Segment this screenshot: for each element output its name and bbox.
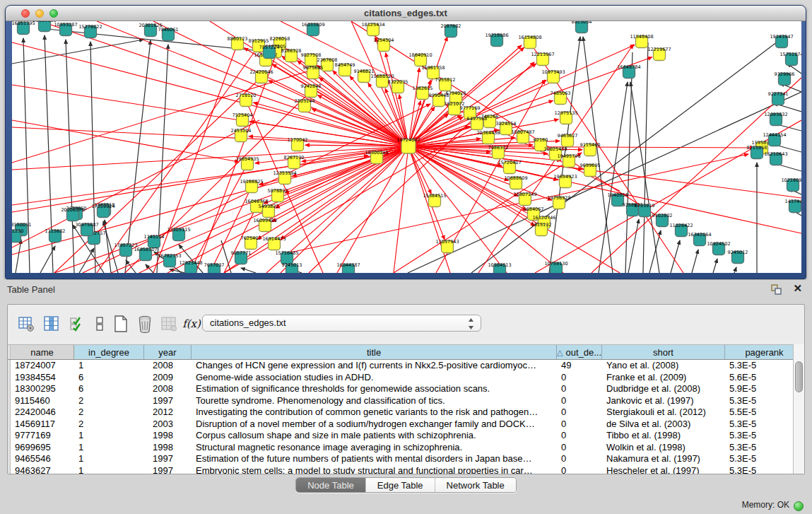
cell-out-degree[interactable]: 0 (557, 453, 602, 465)
cell-title[interactable]: Disruption of a novel member of a sodium… (192, 419, 557, 431)
table-row[interactable]: 1938455462009Genome-wide association stu… (8, 372, 804, 384)
function-builder-icon[interactable]: f(x) (182, 314, 201, 334)
cell-out-degree[interactable]: 0 (557, 419, 602, 431)
table-row[interactable]: 2242004622012Investigating the contribut… (8, 407, 804, 419)
cell-year[interactable]: 1998 (144, 430, 192, 442)
cell-name[interactable]: 9699695 (11, 442, 74, 454)
row-height-icon[interactable] (90, 314, 110, 334)
cell-short[interactable]: Jankovic et al. (1997) (602, 395, 725, 407)
table-row[interactable]: 1872400712008Changes of HCN gene express… (8, 360, 804, 372)
cell-name[interactable]: 19384554 (11, 372, 74, 384)
cell-in-degree[interactable]: 1 (74, 360, 144, 372)
memory-status-icon[interactable] (794, 501, 804, 511)
cell-title[interactable]: Embryonic stem cells: a model to study s… (192, 465, 557, 474)
cell-name[interactable]: 9115460 (11, 395, 74, 407)
cell-in-degree[interactable]: 1 (74, 430, 144, 442)
graph-node-label: 12975135 (554, 110, 577, 116)
cell-name[interactable]: 9777169 (11, 430, 74, 442)
cell-in-degree[interactable]: 2 (74, 407, 144, 419)
column-header-year[interactable]: year (144, 345, 192, 359)
cell-short[interactable]: Franke et al. (2009) (602, 372, 725, 384)
cell-out-degree[interactable]: 49 (557, 360, 602, 372)
table-scrollbar[interactable] (793, 344, 804, 474)
tab-node-table[interactable]: Node Table (296, 478, 366, 492)
cell-year[interactable]: 1997 (144, 395, 192, 407)
graph-node-label: 8215958 (747, 145, 767, 151)
select-rows-icon[interactable] (67, 314, 87, 334)
table-row[interactable]: 1456911722003Disruption of a novel membe… (8, 419, 804, 431)
cell-short[interactable]: de Silva et al. (2003) (602, 419, 725, 431)
cell-title[interactable]: Estimation of significance thresholds fo… (192, 383, 557, 395)
cell-out-degree[interactable]: 0 (557, 372, 602, 384)
cell-out-degree[interactable]: 0 (557, 430, 602, 442)
cell-short[interactable]: Tibbo et al. (1998) (602, 430, 725, 442)
graph-node-label: 2803144 (295, 98, 315, 104)
cell-out-degree[interactable]: 0 (557, 395, 602, 407)
delete-table-icon[interactable] (135, 314, 155, 334)
float-panel-icon[interactable] (771, 284, 782, 295)
cell-short[interactable]: Stergiakouli et al. (2012) (602, 407, 725, 419)
new-table-icon[interactable] (111, 314, 131, 334)
cell-out-degree[interactable]: 0 (557, 383, 602, 395)
cell-name[interactable]: 9465546 (11, 453, 74, 465)
table-settings-icon[interactable] (16, 314, 36, 334)
cell-title[interactable]: Estimation of the future numbers of pati… (192, 453, 557, 465)
import-table-icon[interactable] (159, 314, 179, 334)
cell-title[interactable]: Corpus callosum shape and size in male p… (192, 430, 557, 442)
column-header-title[interactable]: title (192, 345, 557, 359)
cell-title[interactable]: Investigating the contribution of common… (192, 407, 557, 419)
cell-in-degree[interactable]: 6 (74, 372, 144, 384)
cell-year[interactable]: 2003 (144, 419, 192, 431)
graph-node-label: 12353594 (273, 170, 296, 176)
cell-name[interactable]: 14569117 (11, 419, 74, 431)
close-panel-icon[interactable]: ✕ (793, 282, 802, 295)
cell-in-degree[interactable]: 6 (74, 383, 144, 395)
cell-short[interactable]: Dudbridge et al. (2008) (602, 383, 725, 395)
table-row[interactable]: 1830029562008Estimation of significance … (8, 383, 804, 395)
cell-short[interactable]: Wolkin et al. (1998) (602, 442, 725, 454)
table-column-icon[interactable] (42, 314, 61, 334)
column-header-name[interactable]: name (11, 345, 74, 359)
cell-name[interactable]: 22420046 (11, 407, 74, 419)
cell-short[interactable]: Nakamura et al. (1997) (602, 453, 725, 465)
cell-year[interactable]: 1998 (144, 442, 192, 454)
cell-in-degree[interactable]: 1 (74, 465, 144, 474)
cell-title[interactable]: Structural magnetic resonance image aver… (192, 442, 557, 454)
cell-name[interactable]: 18724007 (11, 360, 74, 372)
cell-year[interactable]: 2012 (144, 407, 192, 419)
column-header-out-degree[interactable]: △out_de... (557, 345, 602, 359)
cell-year[interactable]: 1997 (144, 453, 192, 465)
cell-in-degree[interactable]: 1 (74, 453, 144, 465)
cell-short[interactable]: Hescheler et al. (1997) (602, 465, 725, 474)
tab-edge-table[interactable]: Edge Table (366, 478, 435, 492)
cell-in-degree[interactable]: 1 (74, 442, 144, 454)
cell-year[interactable]: 2009 (144, 372, 192, 384)
cell-year[interactable]: 1997 (144, 465, 192, 474)
tab-network-table[interactable]: Network Table (435, 478, 516, 492)
table-row[interactable]: 911546021997Tourette syndrome. Phenomeno… (8, 395, 804, 407)
network-canvas[interactable]: 8860123891295582260589127505818632816543… (12, 21, 801, 273)
cell-name[interactable]: 9463627 (11, 465, 74, 474)
cell-year[interactable]: 2008 (144, 360, 192, 372)
cell-title[interactable]: Changes of HCN gene expression and I(f) … (192, 360, 557, 372)
cell-name[interactable]: 18300295 (11, 383, 74, 395)
cell-title[interactable]: Tourette syndrome. Phenomenology and cla… (192, 395, 557, 407)
cell-out-degree[interactable]: 0 (557, 442, 602, 454)
table-row[interactable]: 969969511998Structural magnetic resonanc… (8, 442, 804, 454)
cell-short[interactable]: Yano et al. (2008) (602, 360, 725, 372)
cell-title[interactable]: Genome-wide association studies in ADHD. (192, 372, 557, 384)
table-select-combo[interactable]: citations_edges.txt (202, 315, 481, 332)
table-row[interactable]: 946554611997Estimation of the future num… (8, 453, 804, 465)
cell-out-degree[interactable]: 0 (557, 407, 602, 419)
cell-out-degree[interactable]: 0 (557, 465, 602, 474)
table-row[interactable]: 977716911998Corpus callosum shape and si… (8, 430, 804, 442)
column-header-short[interactable]: short (602, 345, 725, 359)
table-row[interactable]: 946362711997Embryonic stem cells: a mode… (8, 465, 804, 474)
cell-in-degree[interactable]: 2 (74, 419, 144, 431)
graph-edge (16, 240, 21, 273)
cell-year[interactable]: 2008 (144, 383, 192, 395)
table-scrollbar-thumb[interactable] (795, 361, 803, 392)
window-titlebar[interactable]: citations_edges.txt (6, 6, 806, 21)
cell-in-degree[interactable]: 2 (74, 395, 144, 407)
column-header-in-degree[interactable]: in_degree (74, 345, 144, 359)
